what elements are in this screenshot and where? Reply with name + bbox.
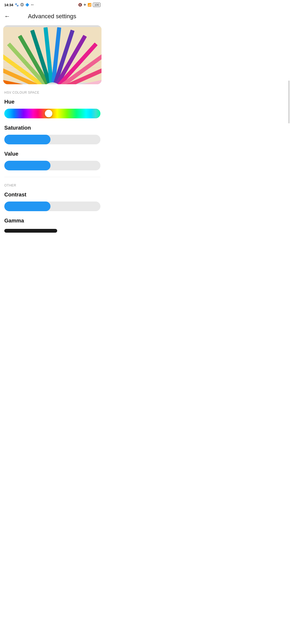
wifi-icon: 📶 xyxy=(88,3,92,7)
gamma-slider-group: Gamma xyxy=(4,218,100,236)
vpn-icon: 🔷 xyxy=(25,3,29,7)
contrast-label: Contrast xyxy=(4,192,100,198)
saturation-track[interactable] xyxy=(4,135,100,144)
gamma-slider-container[interactable] xyxy=(4,226,100,236)
contrast-slider-group: Contrast xyxy=(4,192,100,211)
hue-label: Hue xyxy=(4,99,100,105)
value-fill xyxy=(4,161,50,170)
gamma-track-partial[interactable] xyxy=(4,229,57,233)
battery-indicator: 100 xyxy=(93,3,100,7)
saturation-slider-group: Saturation xyxy=(4,125,100,144)
hue-slider-container[interactable] xyxy=(4,109,100,118)
preview-image xyxy=(3,25,102,84)
airplane-icon: ✈ xyxy=(84,3,86,7)
status-left: 14:34 🐾 ⓘ 🔷 ··· xyxy=(4,3,34,7)
hue-thumb[interactable] xyxy=(45,110,52,117)
contrast-slider-container[interactable] xyxy=(4,202,100,211)
status-bar: 14:34 🐾 ⓘ 🔷 ··· 🔇 ✈ 📶 100 xyxy=(0,0,105,10)
hue-slider-group: Hue xyxy=(4,99,100,118)
saturation-fill xyxy=(4,135,50,144)
info-icon: ⓘ xyxy=(20,3,24,7)
hsv-section: HSV COLOUR SPACE Hue Saturation Value xyxy=(0,84,105,177)
header: ← Advanced settings xyxy=(0,10,105,25)
contrast-fill xyxy=(4,202,50,211)
hsv-section-label: HSV COLOUR SPACE xyxy=(4,91,100,94)
time-display: 14:34 xyxy=(4,3,13,7)
more-icon: ··· xyxy=(31,3,34,7)
klarna-icon: 🐾 xyxy=(15,3,19,7)
back-button[interactable]: ← xyxy=(4,13,10,20)
value-track[interactable] xyxy=(4,161,100,170)
page-title: Advanced settings xyxy=(15,13,90,20)
mute-icon: 🔇 xyxy=(78,3,82,7)
value-slider-group: Value xyxy=(4,151,100,170)
gamma-label: Gamma xyxy=(4,218,100,224)
contrast-track[interactable] xyxy=(4,202,100,211)
value-label: Value xyxy=(4,151,100,157)
saturation-label: Saturation xyxy=(4,125,100,131)
other-section-label: OTHER xyxy=(4,184,100,187)
saturation-slider-container[interactable] xyxy=(4,135,100,144)
value-slider-container[interactable] xyxy=(4,161,100,170)
hue-track[interactable] xyxy=(4,109,100,118)
pencil-preview-svg xyxy=(3,25,102,84)
other-section: OTHER Contrast Gamma xyxy=(0,177,105,236)
status-right: 🔇 ✈ 📶 100 xyxy=(78,3,100,7)
